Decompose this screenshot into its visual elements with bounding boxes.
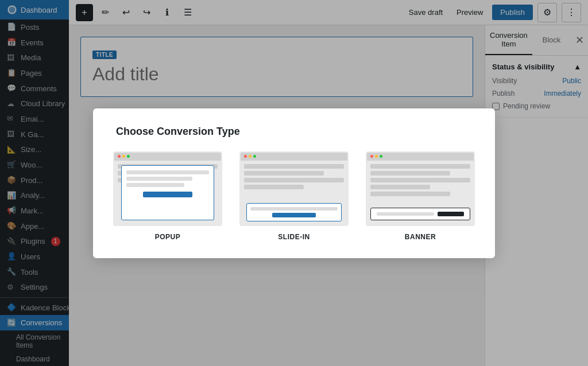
slidein-card	[246, 203, 342, 221]
conversion-type-banner[interactable]: BANNER	[366, 151, 475, 241]
dot-yellow	[249, 155, 252, 158]
dot-red	[118, 155, 121, 158]
preview-row	[370, 185, 430, 189]
popup-titlebar	[114, 153, 221, 161]
dot-yellow	[375, 155, 378, 158]
preview-row	[370, 164, 470, 169]
dot-red	[244, 155, 247, 158]
conversion-type-modal: Choose Conversion Type	[93, 108, 495, 258]
dot-yellow	[122, 155, 125, 158]
slidein-text	[250, 207, 338, 211]
conversion-type-slide-in[interactable]: SLIDE-IN	[239, 151, 349, 241]
popup-row	[126, 183, 184, 187]
popup-label: POPUP	[155, 233, 181, 241]
conversion-types: POPUP	[116, 151, 472, 241]
preview-row	[244, 185, 304, 189]
slide-in-titlebar	[241, 153, 347, 161]
popup-preview	[113, 151, 222, 226]
dot-green	[253, 155, 256, 158]
preview-row	[244, 164, 344, 169]
popup-row	[126, 170, 209, 174]
preview-row	[244, 171, 324, 176]
banner-text	[377, 212, 434, 216]
dot-red	[370, 155, 373, 158]
preview-row	[370, 178, 470, 182]
banner-card	[370, 208, 470, 220]
banner-label: BANNER	[405, 233, 436, 241]
preview-row	[370, 171, 450, 176]
popup-card	[121, 165, 214, 220]
banner-titlebar	[367, 153, 474, 161]
conversion-type-popup[interactable]: POPUP	[113, 151, 222, 241]
banner-btn	[438, 212, 464, 216]
slidein-btn	[272, 213, 316, 217]
dot-green	[380, 155, 382, 158]
modal-title: Choose Conversion Type	[116, 126, 472, 138]
dot-green	[127, 155, 130, 158]
preview-row	[370, 192, 450, 196]
preview-row	[244, 178, 344, 182]
popup-btn	[143, 192, 192, 197]
popup-row	[126, 177, 192, 181]
modal-overlay[interactable]: Choose Conversion Type	[0, 0, 588, 366]
popup-preview-body	[114, 161, 221, 225]
banner-preview-body	[367, 161, 474, 225]
slide-in-label: SLIDE-IN	[278, 233, 310, 241]
banner-preview	[366, 151, 475, 226]
slide-in-preview-body	[241, 161, 347, 225]
slide-in-preview	[239, 151, 349, 226]
